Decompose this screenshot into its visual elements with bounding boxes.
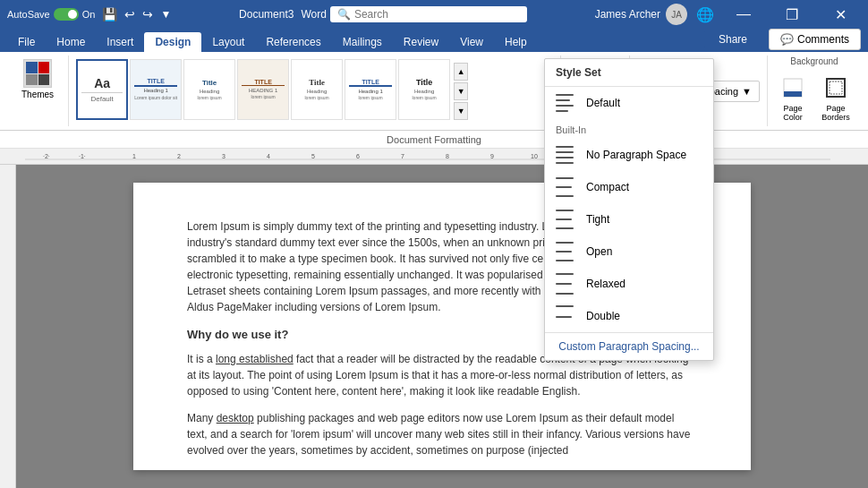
page-color-label: Page Color bbox=[783, 104, 803, 122]
share-button[interactable]: Share bbox=[704, 30, 762, 49]
ribbon: Themes Aa Default TITLE Heading 1 Lorem … bbox=[0, 52, 868, 131]
dropdown-item-tight[interactable]: Tight bbox=[545, 203, 713, 235]
svg-rect-1 bbox=[784, 91, 802, 97]
doc-paragraph-3: Many desktop publishing packages and web… bbox=[187, 410, 697, 458]
para3-after: publishing packages and web page editors… bbox=[187, 412, 690, 457]
svg-text:7: 7 bbox=[401, 153, 404, 159]
style-items: Aa Default TITLE Heading 1 Lorem ipsum d… bbox=[76, 59, 450, 124]
doc-format-label: Document Formatting bbox=[387, 134, 481, 145]
style-item-6[interactable]: Title Heading lorem ipsum bbox=[398, 59, 450, 120]
minimize-button[interactable]: — bbox=[723, 0, 764, 29]
background-section: Background Page Color Page Borders bbox=[768, 56, 861, 126]
themes-preview bbox=[23, 59, 52, 88]
dropdown-item-compact[interactable]: Compact bbox=[545, 171, 713, 203]
spacing-icon-default bbox=[556, 92, 577, 114]
style-gallery: Aa Default TITLE Heading 1 Lorem ipsum d… bbox=[76, 59, 552, 124]
dropdown-item-compact-label: Compact bbox=[586, 181, 629, 193]
undo-icon[interactable]: ↩ bbox=[124, 7, 135, 21]
tab-insert[interactable]: Insert bbox=[96, 32, 144, 52]
ribbon-tabs: File Home Insert Design Layout Reference… bbox=[0, 29, 868, 52]
search-box[interactable]: 🔍 bbox=[330, 6, 527, 22]
para3-before: Many bbox=[187, 412, 217, 424]
spacing-icon-compact bbox=[556, 176, 577, 198]
title-bar: AutoSave On 💾 ↩ ↪ ▼ Document3 Word 🔍 Jam… bbox=[0, 0, 868, 29]
tab-view[interactable]: View bbox=[449, 32, 494, 52]
style-scroll-more[interactable]: ▼ bbox=[454, 102, 468, 120]
save-icon[interactable]: 💾 bbox=[102, 7, 117, 21]
style-item-heading2[interactable]: Title Heading lorem ipsum bbox=[183, 59, 235, 120]
dropdown-item-open-label: Open bbox=[586, 245, 612, 258]
svg-text:9: 9 bbox=[490, 153, 494, 159]
restore-button[interactable]: ❐ bbox=[771, 0, 813, 29]
svg-text:8: 8 bbox=[446, 153, 449, 159]
comments-button[interactable]: 💬 Comments bbox=[769, 29, 861, 50]
spacing-icon-tight bbox=[556, 209, 577, 230]
comments-icon: 💬 bbox=[780, 33, 794, 46]
dropdown-item-default[interactable]: Default bbox=[545, 87, 713, 119]
user-name: James Archer bbox=[595, 8, 660, 21]
spacing-icon-double bbox=[556, 305, 577, 327]
tab-references[interactable]: References bbox=[255, 32, 331, 52]
dropdown-item-relaxed[interactable]: Relaxed bbox=[545, 268, 713, 300]
style-scroll-down[interactable]: ▼ bbox=[454, 82, 468, 100]
style-item-default[interactable]: Aa Default bbox=[76, 59, 128, 120]
bg-group: Page Color Page Borders bbox=[775, 70, 854, 125]
app-name: Word bbox=[301, 8, 326, 21]
close-button[interactable]: ✕ bbox=[820, 0, 861, 29]
autosave-toggle-pill[interactable] bbox=[54, 8, 79, 21]
globe-icon[interactable]: 🌐 bbox=[694, 4, 716, 25]
doc-format-bar: Document Formatting bbox=[0, 131, 868, 149]
style-item-heading3[interactable]: TITLE HEADING 1 lorem ipsum bbox=[237, 59, 289, 120]
dropdown-item-double[interactable]: Double bbox=[545, 300, 713, 332]
main-area: Lorem Ipsum is simply dummy text of the … bbox=[0, 165, 868, 488]
para-spacing-chevron: ▼ bbox=[742, 86, 752, 97]
horizontal-ruler: ·2··1· 12 34 56 78 910 11 bbox=[0, 149, 868, 165]
dropdown-item-no-para[interactable]: No Paragraph Space bbox=[545, 139, 713, 171]
background-label: Background bbox=[790, 56, 838, 66]
tab-home[interactable]: Home bbox=[46, 32, 96, 52]
dropdown-item-open[interactable]: Open bbox=[545, 235, 713, 268]
svg-text:·1·: ·1· bbox=[79, 153, 86, 159]
redo-icon[interactable]: ↪ bbox=[142, 7, 153, 21]
themes-section: Themes bbox=[7, 56, 69, 126]
style-scroll: ▲ ▼ ▼ bbox=[454, 63, 468, 120]
style-item-4[interactable]: Title Heading lorem ipsum bbox=[291, 59, 343, 120]
themes-button[interactable]: Themes bbox=[14, 56, 61, 103]
page-color-button[interactable]: Page Color bbox=[775, 70, 811, 125]
dropdown-item-default-label: Default bbox=[586, 97, 620, 109]
title-bar-left: AutoSave On 💾 ↩ ↪ ▼ bbox=[7, 7, 171, 21]
spacing-icon-relaxed bbox=[556, 273, 577, 295]
tab-design[interactable]: Design bbox=[144, 32, 201, 52]
svg-text:4: 4 bbox=[267, 153, 270, 159]
dropdown-footer[interactable]: Custom Paragraph Spacing... bbox=[545, 332, 713, 360]
style-scroll-up[interactable]: ▲ bbox=[454, 63, 468, 81]
tab-help[interactable]: Help bbox=[494, 32, 538, 52]
dropdown-section-builtin: Built-In bbox=[545, 119, 713, 139]
svg-text:6: 6 bbox=[356, 153, 360, 159]
themes-label: Themes bbox=[21, 90, 54, 99]
page-borders-button[interactable]: Page Borders bbox=[818, 70, 854, 125]
document-area: Lorem Ipsum is simply dummy text of the … bbox=[16, 165, 868, 488]
tab-layout[interactable]: Layout bbox=[201, 32, 255, 52]
para2-link[interactable]: long established bbox=[216, 353, 294, 365]
autosave-state: On bbox=[82, 9, 96, 20]
customize-icon[interactable]: ▼ bbox=[160, 8, 171, 21]
dropdown-title: Style Set bbox=[545, 59, 713, 87]
search-icon: 🔍 bbox=[337, 8, 351, 21]
page-borders-icon bbox=[821, 73, 850, 102]
spacing-icon-open bbox=[556, 241, 577, 262]
dropdown-item-relaxed-label: Relaxed bbox=[586, 278, 625, 290]
user-info: James Archer JA bbox=[595, 4, 687, 25]
dropdown-item-tight-label: Tight bbox=[586, 213, 609, 226]
tab-mailings[interactable]: Mailings bbox=[332, 32, 393, 52]
tab-file[interactable]: File bbox=[7, 32, 46, 52]
svg-text:3: 3 bbox=[222, 153, 226, 159]
search-input[interactable] bbox=[354, 8, 515, 21]
style-item-5[interactable]: TITLE Heading 1 lorem ipsum bbox=[345, 59, 396, 120]
style-item-heading1[interactable]: TITLE Heading 1 Lorem ipsum dolor sit bbox=[130, 59, 182, 120]
tab-review[interactable]: Review bbox=[393, 32, 449, 52]
svg-text:5: 5 bbox=[311, 153, 315, 159]
autosave-toggle[interactable]: AutoSave On bbox=[7, 8, 95, 21]
para3-link[interactable]: desktop bbox=[217, 412, 254, 424]
title-bar-center: Document3 Word 🔍 bbox=[171, 6, 594, 22]
